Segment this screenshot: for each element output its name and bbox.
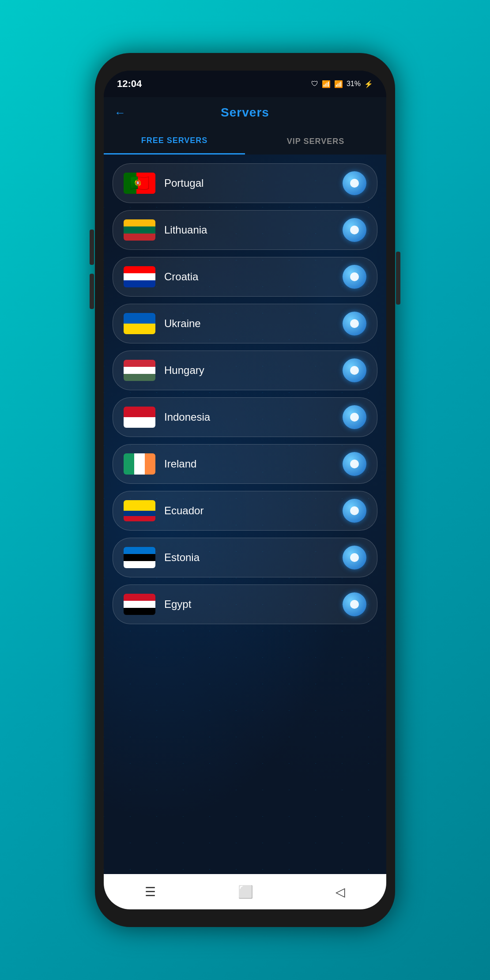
toggle-estonia[interactable] [343, 546, 366, 569]
volume-down-button[interactable] [90, 274, 94, 309]
flag-ukraine [124, 313, 155, 334]
country-name-egypt: Egypt [164, 598, 343, 611]
page-title: Servers [221, 106, 269, 120]
flag-portugal [124, 173, 155, 194]
flag-egypt [124, 594, 155, 615]
server-list-content: Portugal Lithuania Croatia [104, 155, 386, 874]
country-name-lithuania: Lithuania [164, 224, 343, 236]
status-icons: 🛡 📶 📶 31% ⚡ [311, 80, 373, 88]
toggle-ecuador[interactable] [343, 499, 366, 523]
flag-estonia [124, 547, 155, 568]
toggle-hungary[interactable] [343, 358, 366, 382]
nav-back-icon[interactable]: ◁ [335, 885, 345, 899]
country-name-ukraine: Ukraine [164, 317, 343, 330]
server-item-croatia[interactable]: Croatia [113, 257, 377, 297]
vpn-icon: 🛡 [311, 80, 318, 88]
toggle-indonesia[interactable] [343, 405, 366, 429]
toggle-egypt[interactable] [343, 592, 366, 616]
nav-bar: ☰ ⬜ ◁ [104, 874, 386, 909]
server-item-indonesia[interactable]: Indonesia [113, 397, 377, 437]
volume-up-button[interactable] [90, 230, 94, 265]
toggle-ukraine[interactable] [343, 312, 366, 335]
battery-text: 31% [347, 80, 361, 88]
server-item-estonia[interactable]: Estonia [113, 538, 377, 577]
country-name-ireland: Ireland [164, 458, 343, 470]
nav-home-icon[interactable]: ⬜ [238, 885, 253, 899]
tab-vip-servers[interactable]: VIP SERVERS [245, 128, 386, 155]
server-list: Portugal Lithuania Croatia [104, 155, 386, 629]
app-header: ← Servers [104, 97, 386, 128]
toggle-portugal[interactable] [343, 171, 366, 195]
status-bar: 12:04 🛡 📶 📶 31% ⚡ [104, 71, 386, 97]
toggle-lithuania[interactable] [343, 218, 366, 242]
server-item-hungary[interactable]: Hungary [113, 351, 377, 390]
server-item-ireland[interactable]: Ireland [113, 444, 377, 484]
flag-ecuador [124, 500, 155, 521]
flag-croatia [124, 266, 155, 287]
country-name-portugal: Portugal [164, 177, 343, 189]
flag-indonesia [124, 407, 155, 428]
status-time: 12:04 [117, 78, 142, 90]
flag-hungary [124, 360, 155, 381]
flag-ireland [124, 453, 155, 475]
server-item-egypt[interactable]: Egypt [113, 584, 377, 624]
server-item-ukraine[interactable]: Ukraine [113, 304, 377, 343]
server-item-portugal[interactable]: Portugal [113, 163, 377, 203]
toggle-ireland[interactable] [343, 452, 366, 476]
phone-screen: 12:04 🛡 📶 📶 31% ⚡ ← Servers FREE SERVERS… [104, 71, 386, 909]
power-button[interactable] [396, 252, 400, 305]
country-name-indonesia: Indonesia [164, 411, 343, 423]
signal-icon: 📶 [334, 80, 343, 88]
back-button[interactable]: ← [114, 106, 126, 120]
country-name-ecuador: Ecuador [164, 505, 343, 517]
phone-frame: 12:04 🛡 📶 📶 31% ⚡ ← Servers FREE SERVERS… [95, 53, 395, 927]
toggle-croatia[interactable] [343, 265, 366, 289]
wifi-icon: 📶 [322, 80, 331, 88]
country-name-estonia: Estonia [164, 551, 343, 564]
nav-menu-icon[interactable]: ☰ [145, 885, 156, 899]
battery-icon: ⚡ [364, 80, 373, 88]
flag-lithuania [124, 219, 155, 241]
server-item-ecuador[interactable]: Ecuador [113, 491, 377, 531]
server-item-lithuania[interactable]: Lithuania [113, 210, 377, 250]
country-name-croatia: Croatia [164, 271, 343, 283]
country-name-hungary: Hungary [164, 364, 343, 377]
tab-free-servers[interactable]: FREE SERVERS [104, 128, 245, 155]
tabs-bar: FREE SERVERS VIP SERVERS [104, 128, 386, 155]
